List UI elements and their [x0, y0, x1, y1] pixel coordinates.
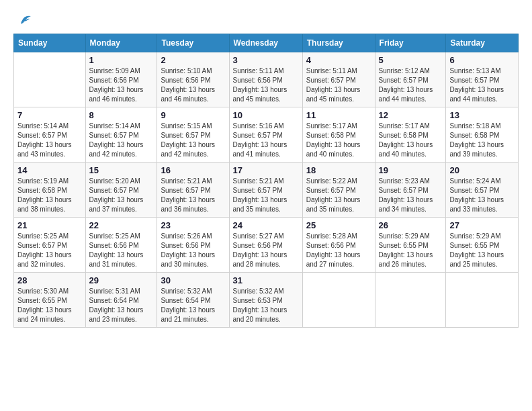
page: SundayMondayTuesdayWednesdayThursdayFrid…	[0, 0, 532, 334]
sunrise-text: Sunrise: 5:20 AM	[89, 177, 140, 185]
daylight-line1: Daylight: 13 hours	[89, 86, 144, 93]
sunset-text: Sunset: 6:58 PM	[306, 132, 356, 139]
day-info: Sunrise: 5:18 AMSunset: 6:58 PMDaylight:…	[449, 122, 515, 159]
day-number: 12	[379, 110, 443, 120]
sunset-text: Sunset: 6:54 PM	[89, 297, 139, 304]
day-number: 28	[17, 275, 82, 285]
day-info: Sunrise: 5:09 AMSunset: 6:56 PMDaylight:…	[89, 66, 154, 104]
calendar-cell: 22Sunrise: 5:25 AMSunset: 6:56 PMDayligh…	[85, 218, 157, 273]
daylight-line2: and 26 minutes.	[379, 261, 427, 268]
day-info: Sunrise: 5:13 AMSunset: 6:57 PMDaylight:…	[449, 66, 515, 104]
daylight-line2: and 40 minutes.	[379, 150, 427, 158]
daylight-line2: and 23 minutes.	[89, 316, 137, 323]
day-info: Sunrise: 5:29 AMSunset: 6:55 PMDaylight:…	[379, 232, 443, 269]
daylight-line2: and 45 minutes.	[233, 95, 281, 103]
sunrise-text: Sunrise: 5:14 AM	[89, 122, 140, 130]
calendar-cell: 16Sunrise: 5:21 AMSunset: 6:57 PMDayligh…	[157, 163, 229, 218]
sunset-text: Sunset: 6:57 PM	[233, 187, 283, 194]
calendar-cell: 10Sunrise: 5:16 AMSunset: 6:57 PMDayligh…	[229, 107, 302, 163]
daylight-line1: Daylight: 13 hours	[17, 141, 72, 148]
sunset-text: Sunset: 6:57 PM	[379, 187, 429, 194]
daylight-line2: and 41 minutes.	[233, 150, 281, 158]
weekday-header-sunday: Sunday	[14, 34, 86, 52]
daylight-line1: Daylight: 13 hours	[17, 306, 72, 314]
sunrise-text: Sunrise: 5:29 AM	[379, 232, 430, 240]
daylight-line1: Daylight: 13 hours	[233, 141, 287, 148]
day-number: 25	[306, 220, 371, 230]
calendar-cell: 28Sunrise: 5:30 AMSunset: 6:55 PMDayligh…	[14, 273, 86, 328]
daylight-line2: and 40 minutes.	[306, 150, 354, 158]
day-number: 30	[161, 275, 225, 285]
sunset-text: Sunset: 6:58 PM	[379, 132, 429, 139]
day-info: Sunrise: 5:20 AMSunset: 6:57 PMDaylight:…	[89, 177, 154, 214]
sunrise-text: Sunrise: 5:27 AM	[233, 232, 284, 240]
day-info: Sunrise: 5:24 AMSunset: 6:57 PMDaylight:…	[449, 177, 515, 214]
sunset-text: Sunset: 6:55 PM	[379, 242, 429, 249]
sunset-text: Sunset: 6:57 PM	[306, 77, 356, 84]
day-number: 13	[449, 110, 515, 120]
day-info: Sunrise: 5:10 AMSunset: 6:56 PMDaylight:…	[161, 66, 225, 104]
calendar-cell	[446, 273, 519, 328]
daylight-line2: and 35 minutes.	[233, 205, 281, 213]
sunset-text: Sunset: 6:57 PM	[17, 242, 67, 249]
daylight-line2: and 30 minutes.	[161, 261, 208, 268]
sunset-text: Sunset: 6:57 PM	[233, 132, 283, 139]
sunset-text: Sunset: 6:56 PM	[161, 242, 210, 249]
calendar-cell: 27Sunrise: 5:29 AMSunset: 6:55 PMDayligh…	[446, 218, 519, 273]
daylight-line1: Daylight: 13 hours	[161, 251, 215, 259]
day-number: 27	[449, 220, 515, 230]
sunrise-text: Sunrise: 5:12 AM	[379, 67, 430, 75]
day-info: Sunrise: 5:32 AMSunset: 6:53 PMDaylight:…	[233, 287, 299, 324]
calendar-table: SundayMondayTuesdayWednesdayThursdayFrid…	[13, 34, 519, 328]
sunset-text: Sunset: 6:54 PM	[161, 297, 210, 304]
sunrise-text: Sunrise: 5:32 AM	[161, 287, 212, 295]
daylight-line1: Daylight: 13 hours	[161, 141, 215, 148]
day-number: 29	[89, 275, 154, 285]
day-number: 21	[17, 220, 82, 230]
sunrise-text: Sunrise: 5:29 AM	[449, 232, 500, 240]
sunrise-text: Sunrise: 5:15 AM	[161, 122, 212, 130]
weekday-header-tuesday: Tuesday	[157, 34, 229, 52]
sunrise-text: Sunrise: 5:25 AM	[89, 232, 140, 240]
day-number: 1	[89, 55, 154, 65]
header	[13, 12, 519, 27]
daylight-line1: Daylight: 13 hours	[161, 306, 215, 314]
daylight-line2: and 44 minutes.	[379, 95, 427, 103]
day-info: Sunrise: 5:14 AMSunset: 6:57 PMDaylight:…	[17, 122, 82, 159]
logo	[13, 12, 32, 27]
calendar-cell: 13Sunrise: 5:18 AMSunset: 6:58 PMDayligh…	[446, 107, 519, 163]
daylight-line2: and 32 minutes.	[17, 261, 65, 268]
day-info: Sunrise: 5:25 AMSunset: 6:57 PMDaylight:…	[17, 232, 82, 269]
day-number: 11	[306, 110, 371, 120]
day-number: 9	[161, 110, 225, 120]
day-info: Sunrise: 5:15 AMSunset: 6:57 PMDaylight:…	[161, 122, 225, 159]
daylight-line1: Daylight: 13 hours	[161, 86, 215, 93]
calendar-header-row: SundayMondayTuesdayWednesdayThursdayFrid…	[14, 34, 519, 52]
calendar-cell	[14, 52, 86, 107]
sunrise-text: Sunrise: 5:21 AM	[161, 177, 212, 185]
calendar-cell: 25Sunrise: 5:28 AMSunset: 6:56 PMDayligh…	[302, 218, 375, 273]
sunrise-text: Sunrise: 5:31 AM	[89, 287, 140, 295]
day-info: Sunrise: 5:16 AMSunset: 6:57 PMDaylight:…	[233, 122, 299, 159]
daylight-line1: Daylight: 13 hours	[89, 196, 144, 203]
sunset-text: Sunset: 6:57 PM	[449, 187, 499, 194]
daylight-line1: Daylight: 13 hours	[89, 306, 144, 314]
daylight-line2: and 33 minutes.	[449, 205, 497, 213]
daylight-line2: and 38 minutes.	[17, 205, 65, 213]
day-info: Sunrise: 5:28 AMSunset: 6:56 PMDaylight:…	[306, 232, 371, 269]
day-info: Sunrise: 5:22 AMSunset: 6:57 PMDaylight:…	[306, 177, 371, 214]
daylight-line2: and 21 minutes.	[161, 316, 208, 323]
daylight-line2: and 37 minutes.	[89, 205, 137, 213]
daylight-line2: and 46 minutes.	[89, 95, 137, 103]
sunset-text: Sunset: 6:55 PM	[449, 242, 499, 249]
day-number: 20	[449, 165, 515, 175]
day-info: Sunrise: 5:11 AMSunset: 6:56 PMDaylight:…	[233, 66, 299, 104]
sunset-text: Sunset: 6:56 PM	[233, 77, 283, 84]
calendar-cell: 21Sunrise: 5:25 AMSunset: 6:57 PMDayligh…	[14, 218, 86, 273]
daylight-line2: and 25 minutes.	[449, 261, 497, 268]
daylight-line2: and 24 minutes.	[17, 316, 65, 323]
day-info: Sunrise: 5:14 AMSunset: 6:57 PMDaylight:…	[89, 122, 154, 159]
calendar-cell: 7Sunrise: 5:14 AMSunset: 6:57 PMDaylight…	[14, 107, 86, 163]
sunset-text: Sunset: 6:57 PM	[161, 187, 210, 194]
daylight-line1: Daylight: 13 hours	[379, 141, 433, 148]
